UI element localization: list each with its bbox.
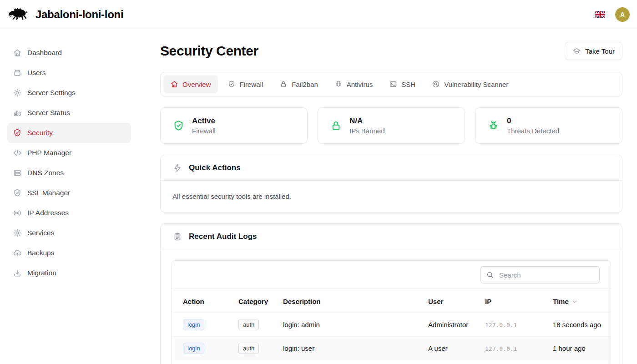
stat-card-firewall: Active Firewall: [160, 107, 308, 144]
audit-logs-title: Recent Audit Logs: [189, 232, 257, 241]
sidebar-item-migration[interactable]: Migration: [7, 263, 131, 283]
user-avatar[interactable]: A: [615, 7, 630, 22]
brand-name: Jabaloni-loni-loni: [35, 8, 123, 21]
log-user: A user: [423, 337, 480, 360]
column-header-time[interactable]: Time: [547, 290, 611, 313]
tab-label: Vulnerability Scanner: [444, 81, 508, 88]
column-header-ip[interactable]: IP: [480, 290, 547, 313]
stat-value: 0: [507, 116, 559, 126]
server-stack-icon: [13, 168, 22, 177]
shield-check-icon: [13, 128, 22, 137]
sidebar-item-ip-addresses[interactable]: IP Addresses: [7, 203, 131, 223]
tab-antivirus[interactable]: Antivirus: [328, 75, 380, 93]
brand[interactable]: Jabaloni-loni-loni: [8, 6, 123, 23]
search-input[interactable]: [480, 266, 600, 283]
category-badge: auth: [238, 319, 259, 330]
audit-table-header-row: Action Category Description User IP Time: [172, 290, 611, 313]
take-tour-button[interactable]: Take Tour: [565, 42, 622, 60]
tab-firewall[interactable]: Firewall: [221, 75, 270, 93]
code-icon: [13, 148, 22, 157]
clipboard-icon: [172, 232, 182, 242]
top-bar: Jabaloni-loni-loni A: [0, 0, 637, 29]
audit-log-row: login auth login: admin Administrator 12…: [172, 313, 611, 337]
stat-card-threats: 0 Threats Detected: [475, 107, 622, 144]
audit-search: [480, 266, 600, 283]
column-header-time-label: Time: [553, 298, 569, 305]
lightning-bolt-icon: [172, 163, 182, 173]
sidebar-item-label: Users: [27, 69, 46, 77]
audit-table-container: Action Category Description User IP Time: [172, 260, 611, 364]
sidebar-item-dashboard[interactable]: Dashboard: [7, 43, 131, 63]
log-user: Administrator: [423, 313, 480, 337]
shield-check-icon: [172, 120, 185, 132]
column-header-action[interactable]: Action: [172, 290, 233, 313]
bar-chart-icon: [13, 108, 22, 117]
boar-logo-icon: [8, 6, 29, 23]
log-ip: 127.0.0.1: [485, 345, 517, 352]
quick-actions-message: All essential security tools are install…: [161, 181, 622, 212]
home-icon: [13, 48, 22, 57]
column-header-user[interactable]: User: [423, 290, 480, 313]
sidebar-item-label: SSL Manager: [27, 189, 70, 197]
log-description: login: admin: [278, 313, 423, 337]
stat-label: Threats Detected: [507, 127, 559, 135]
sidebar-item-label: Dashboard: [27, 49, 62, 57]
security-tabs: Overview Firewall Fail2ban Antivirus SSH…: [160, 72, 622, 96]
home-icon: [170, 80, 178, 88]
sidebar-item-services[interactable]: Services: [7, 223, 131, 243]
sidebar-item-server-settings[interactable]: Server Settings: [7, 83, 131, 103]
sidebar-item-label: Security: [27, 129, 53, 137]
tab-label: Firewall: [240, 81, 263, 88]
sidebar-item-label: IP Addresses: [27, 209, 69, 217]
sidebar-item-php-manager[interactable]: PHP Manager: [7, 143, 131, 163]
tab-label: Fail2ban: [292, 81, 318, 88]
category-badge: auth: [238, 343, 259, 354]
quick-actions-title: Quick Actions: [189, 163, 241, 172]
lock-icon: [279, 80, 288, 88]
sidebar-item-label: Migration: [27, 269, 56, 277]
tab-fail2ban[interactable]: Fail2ban: [273, 75, 325, 93]
sidebar-item-label: Services: [27, 229, 54, 237]
gear-icon: [13, 88, 22, 97]
tab-ssh[interactable]: SSH: [382, 75, 422, 93]
sidebar-item-ssl-manager[interactable]: SSL Manager: [7, 183, 131, 203]
quick-actions-card: Quick Actions All essential security too…: [160, 155, 622, 212]
shield-check-icon: [13, 188, 22, 197]
sidebar-item-users[interactable]: Users: [7, 63, 131, 83]
tab-label: Antivirus: [347, 81, 373, 88]
search-icon: [486, 271, 494, 279]
terminal-icon: [389, 80, 397, 88]
stat-card-ips-banned: N/A IPs Banned: [318, 107, 465, 144]
take-tour-label: Take Tour: [585, 47, 615, 55]
sidebar-item-label: DNS Zones: [27, 169, 64, 177]
main-content: Security Center Take Tour Overview Firew…: [138, 29, 637, 364]
log-ip: 127.0.0.1: [485, 322, 517, 329]
stat-value: Active: [192, 116, 216, 126]
users-drawer-icon: [13, 68, 22, 77]
shield-check-icon: [228, 80, 236, 88]
chevron-down-icon: [571, 298, 578, 305]
tab-overview[interactable]: Overview: [163, 75, 218, 93]
language-flag-icon[interactable]: [595, 11, 605, 18]
sidebar-item-label: Server Status: [27, 109, 70, 117]
tab-label: Overview: [182, 81, 211, 88]
stat-label: IPs Banned: [349, 127, 385, 135]
table-bottom-spacer: [172, 360, 611, 364]
sidebar-item-security[interactable]: Security: [7, 123, 131, 143]
stat-label: Firewall: [192, 127, 216, 135]
scan-search-icon: [432, 80, 440, 88]
tab-vulnerability-scanner[interactable]: Vulnerability Scanner: [425, 75, 515, 93]
column-header-category[interactable]: Category: [233, 290, 278, 313]
page-title: Security Center: [160, 43, 258, 59]
sidebar-item-label: Server Settings: [27, 89, 76, 97]
graduation-cap-icon: [572, 47, 581, 56]
sidebar-item-server-status[interactable]: Server Status: [7, 103, 131, 123]
sidebar-item-backups[interactable]: Backups: [7, 243, 131, 263]
stat-value: N/A: [349, 116, 385, 126]
download-icon: [13, 268, 22, 278]
bug-icon: [334, 80, 343, 88]
column-header-description[interactable]: Description: [278, 290, 423, 313]
cloud-upload-icon: [13, 248, 22, 258]
action-badge: login: [183, 319, 204, 330]
sidebar-item-dns-zones[interactable]: DNS Zones: [7, 163, 131, 183]
